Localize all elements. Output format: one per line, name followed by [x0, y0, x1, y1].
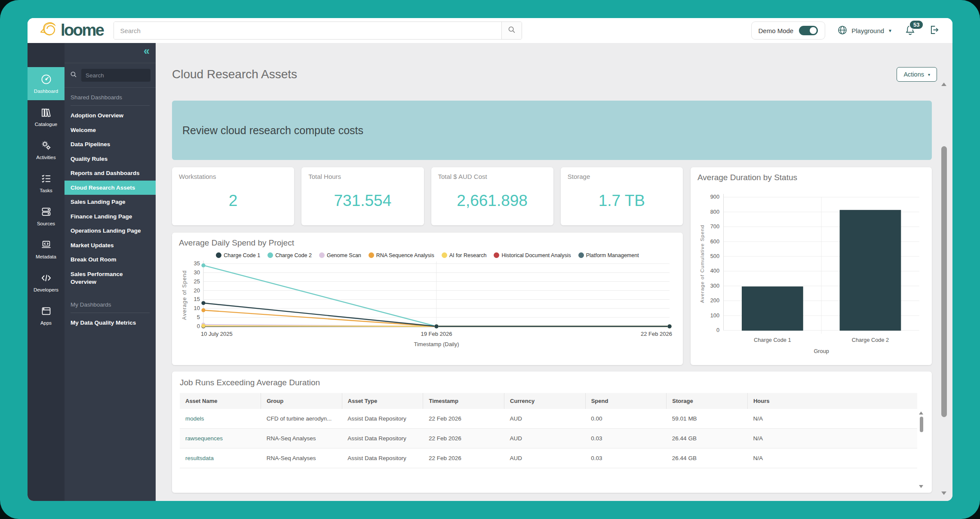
svg-text:Group: Group [814, 348, 829, 354]
legend-dot [267, 252, 273, 258]
svg-text:15: 15 [194, 296, 200, 302]
environment-switcher[interactable]: Playground ▼ [837, 25, 892, 37]
svg-text:22 Feb 2026: 22 Feb 2026 [641, 331, 672, 337]
panel-search [65, 63, 156, 88]
table-scrollbar[interactable] [919, 411, 924, 489]
svg-text:300: 300 [710, 283, 719, 289]
search-button[interactable] [501, 22, 522, 39]
logo[interactable]: loome [39, 20, 103, 41]
dashboard-link-quality-rules[interactable]: Quality Rules [65, 152, 156, 166]
legend-item[interactable]: Charge Code 1 [216, 252, 260, 258]
legend-item[interactable]: Genome Scan [319, 252, 361, 258]
scroll-up-arrow[interactable] [941, 83, 946, 86]
dashboard-link-welcome[interactable]: Welcome [65, 123, 156, 138]
logout-button[interactable] [928, 24, 940, 37]
search-icon [70, 71, 77, 80]
dashboard-link-break-out-room[interactable]: Break Out Room [65, 252, 156, 267]
svg-text:19 Feb 2026: 19 Feb 2026 [421, 331, 452, 337]
svg-text:5: 5 [197, 314, 200, 320]
shared-dashboards-header: Shared Dashboards [65, 88, 156, 105]
svg-text:200: 200 [710, 297, 719, 304]
caret-down-icon: ▼ [888, 28, 892, 33]
legend-item[interactable]: Platform Management [578, 252, 639, 258]
legend-item[interactable]: Historical Document Analysis [494, 252, 571, 258]
col-asset-name[interactable]: Asset Name [180, 393, 261, 409]
dashboard-link-sales-performance-overview[interactable]: Sales Performance Overview [65, 267, 156, 289]
dashboard-link-adoption-overview[interactable]: Adoption Overview [65, 108, 156, 123]
sidebar-item-metadata[interactable]: Metadata [28, 233, 65, 266]
col-hours[interactable]: Hours [747, 393, 917, 409]
asset-link[interactable]: resultsdata [180, 448, 261, 468]
legend-dot [442, 252, 447, 258]
code-icon [40, 272, 52, 285]
scrollbar-thumb[interactable] [920, 417, 923, 432]
sidebar-item-tasks[interactable]: Tasks [28, 166, 65, 200]
page-scrollbar[interactable] [941, 83, 947, 495]
asset-link[interactable]: rawsequences [180, 429, 261, 448]
demo-mode-control: Demo Mode [751, 21, 826, 40]
svg-text:0: 0 [197, 323, 200, 329]
svg-text:Average of Spend: Average of Spend [181, 270, 187, 320]
svg-text:100: 100 [710, 312, 719, 319]
sidebar-item-developers[interactable]: Developers [28, 266, 65, 299]
col-group[interactable]: Group [261, 393, 342, 409]
scroll-down-arrow[interactable] [941, 491, 946, 495]
collapse-panel-icon[interactable]: « [144, 46, 150, 56]
dashboard-link-operations-landing-page[interactable]: Operations Landing Page [65, 224, 156, 238]
scrollbar-thumb[interactable] [941, 146, 947, 417]
dashboard-link-cloud-research-assets[interactable]: Cloud Research Assets [65, 181, 156, 195]
sidebar-item-dashboard[interactable]: Dashboard [28, 67, 65, 100]
svg-text:35: 35 [194, 260, 200, 267]
sidebar-item-sources[interactable]: Sources [28, 200, 65, 233]
search-icon [507, 25, 516, 36]
sidebar-item-activities[interactable]: Activities [28, 133, 65, 166]
sidebar-item-catalogue[interactable]: Catalogue [28, 100, 65, 133]
spacer [65, 289, 156, 295]
col-spend[interactable]: Spend [585, 393, 667, 409]
scroll-up-arrow[interactable] [919, 412, 923, 415]
dashboard-link-my-data-quality-metrics[interactable]: My Data Quality Metrics [65, 316, 156, 330]
server-icon [40, 206, 52, 218]
table-row: models CFD of turbine aerodyn... Assist … [180, 409, 917, 429]
top-bar: loome Demo Mode [28, 18, 952, 43]
icon-sidebar: Dashboard Catalogue Activities Tasks Sou… [28, 43, 65, 501]
top-bar-right: Demo Mode Playground ▼ [751, 21, 940, 40]
my-dashboards-header: My Dashboards [65, 295, 156, 313]
notifications-button[interactable]: 53 [904, 24, 916, 37]
sidebar-item-apps[interactable]: Apps [28, 299, 65, 332]
legend-item[interactable]: RNA Sequence Analysis [369, 252, 434, 258]
kpi-workstations: Workstations 2 [172, 167, 294, 225]
window-icon [40, 305, 52, 318]
col-asset-type[interactable]: Asset Type [342, 393, 423, 409]
bell-icon [904, 30, 916, 37]
legend-item[interactable]: AI for Research [442, 252, 487, 258]
legend-item[interactable]: Charge Code 2 [267, 252, 312, 258]
dashboard-link-sales-landing-page[interactable]: Sales Landing Page [65, 195, 156, 209]
dashboard-link-market-updates[interactable]: Market Updates [65, 238, 156, 253]
body: Dashboard Catalogue Activities Tasks Sou… [28, 43, 952, 501]
col-currency[interactable]: Currency [504, 393, 586, 409]
svg-text:Timestamp (Daily): Timestamp (Daily) [414, 341, 459, 347]
line-chart-title: Average Daily Spend by Project [179, 238, 676, 248]
svg-text:Charge Code 2: Charge Code 2 [852, 337, 889, 343]
global-search-input[interactable] [114, 22, 501, 39]
table-header-row: Asset Name Group Asset Type Timestamp Cu… [180, 393, 917, 409]
loome-bird-icon [39, 20, 60, 41]
dashboard-content: Review cloud research compute costs Work… [156, 101, 952, 493]
scroll-down-arrow[interactable] [919, 485, 923, 488]
kpi-total-hours: Total Hours 731.554 [301, 167, 424, 225]
dashboard-link-finance-landing-page[interactable]: Finance Landing Page [65, 209, 156, 224]
col-storage[interactable]: Storage [667, 393, 748, 409]
svg-text:400: 400 [710, 267, 719, 274]
panel-search-input[interactable] [81, 69, 151, 82]
col-timestamp[interactable]: Timestamp [423, 393, 504, 409]
page-title: Cloud Research Assets [172, 68, 297, 81]
actions-button[interactable]: Actions ▾ [897, 67, 937, 82]
dashboard-link-data-pipelines[interactable]: Data Pipelines [65, 137, 156, 152]
dashboard-link-reports-and-dashboards[interactable]: Reports and Dashboards [65, 166, 156, 181]
demo-mode-toggle[interactable] [799, 26, 818, 35]
page-header: Cloud Research Assets Actions ▾ [156, 43, 952, 82]
asset-link[interactable]: models [180, 409, 261, 429]
kpi-total-aud-cost: Total $ AUD Cost 2,661.898 [431, 167, 553, 225]
kpi-row: Workstations 2 Total Hours 731.554 Total… [172, 167, 683, 225]
